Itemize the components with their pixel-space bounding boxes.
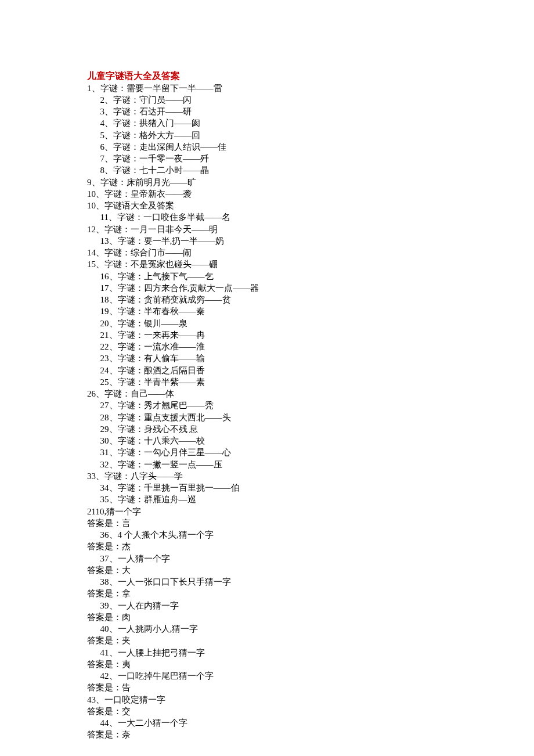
riddle-line: 2110,猜一个字	[87, 506, 447, 517]
riddle-line: 答案是：肉	[87, 611, 447, 623]
riddle-line: 答案是：拿	[87, 588, 447, 599]
riddle-line: 2、字谜：守门员——闪	[87, 94, 447, 106]
riddle-line: 33、字谜：八字头——学	[87, 470, 447, 482]
document-title: 儿童字谜语大全及答案	[87, 70, 447, 82]
riddle-line: 15、字谜：不是冤家也碰头——硼	[87, 258, 447, 270]
riddle-line: 18、字谜：贪前稍变就成穷——贫	[87, 294, 447, 305]
riddle-line: 9、字谜：床前明月光——旷	[87, 177, 447, 188]
riddle-line: 答案是：大	[87, 564, 447, 576]
riddle-line: 答案是：交	[87, 705, 447, 717]
document-content: 1、字谜：需要一半留下一半——雷2、字谜：守门员——闪3、字谜：石达开——研4、…	[87, 82, 447, 741]
riddle-line: 26、字谜：自己——体	[87, 388, 447, 399]
riddle-line: 4、字谜：拱猪入门——阂	[87, 117, 447, 129]
riddle-line: 32、字谜：一撇一竖一点——压	[87, 459, 447, 470]
riddle-line: 10、字谜语大全及答案	[87, 200, 447, 211]
riddle-line: 36、4 个人搬个木头,猜一个字	[87, 529, 447, 541]
riddle-line: 43、一口咬定猜一字	[87, 694, 447, 705]
riddle-line: 35、字谜：群雁追舟—巡	[87, 494, 447, 505]
riddle-line: 答案是：杰	[87, 541, 447, 552]
riddle-line: 答案是：言	[87, 517, 447, 529]
riddle-line: 答案是：奈	[87, 729, 447, 740]
riddle-line: 24、字谜：酿酒之后隔日香	[87, 365, 447, 376]
riddle-line: 28、字谜：重点支援大西北——头	[87, 412, 447, 423]
riddle-line: 37、一人猜一个字	[87, 553, 447, 564]
riddle-line: 3、字谜：石达开——研	[87, 106, 447, 117]
riddle-line: 29、字谜：身残心不残 息	[87, 423, 447, 435]
riddle-line: 23、字谜：有人偷车——输	[87, 352, 447, 364]
riddle-line: 38、一人一张口口下长只手猜一字	[87, 576, 447, 588]
riddle-line: 11、字谜：一口咬住多半截——名	[87, 211, 447, 223]
riddle-line: 39、一人在内猜一字	[87, 600, 447, 611]
riddle-line: 8、字谜：七十二小时——晶	[87, 164, 447, 176]
riddle-line: 12、字谜：一月一日非今天——明	[87, 224, 447, 235]
riddle-line: 44、一大二小猜一个字	[87, 717, 447, 729]
riddle-line: 30、字谜：十八乘六——校	[87, 435, 447, 447]
riddle-line: 22、字谜：一流水准——淮	[87, 341, 447, 352]
riddle-line: 41、一人腰上挂把弓猜一字	[87, 647, 447, 658]
riddle-line: 10、字谜：皇帝新衣——袭	[87, 188, 447, 200]
riddle-line: 7、字谜：一千零一夜——歼	[87, 153, 447, 164]
riddle-line: 6、字谜：走出深闺人结识——佳	[87, 141, 447, 153]
riddle-line: 42、一口吃掉牛尾巴猜一个字	[87, 670, 447, 682]
riddle-line: 答案是：夷	[87, 658, 447, 670]
riddle-line: 答案是：夹	[87, 635, 447, 646]
riddle-line: 31、字谜：一勾心月伴三星——心	[87, 447, 447, 458]
riddle-line: 27、字谜：秀才翘尾巴——秃	[87, 399, 447, 411]
riddle-line: 25、字谜：半青半紫——素	[87, 376, 447, 388]
riddle-line: 13、字谜：要一半,扔一半——奶	[87, 235, 447, 247]
riddle-line: 1、字谜：需要一半留下一半——雷	[87, 82, 447, 94]
riddle-line: 21、字谜：一来再来——冉	[87, 329, 447, 341]
riddle-line: 40、一人挑两小人,猜一字	[87, 623, 447, 635]
riddle-line: 14、字谜：综合门市——闹	[87, 247, 447, 258]
riddle-line: 17、字谜：四方来合作,贡献大一点——器	[87, 282, 447, 294]
riddle-line: 20、字谜：银川——泉	[87, 318, 447, 329]
riddle-line: 19、字谜：半布春秋——秦	[87, 305, 447, 317]
riddle-line: 5、字谜：格外大方——回	[87, 129, 447, 141]
riddle-line: 答案是：告	[87, 682, 447, 693]
riddle-line: 16、字谜：上气接下气——乞	[87, 271, 447, 282]
riddle-line: 34、字谜：千里挑一百里挑一——伯	[87, 482, 447, 494]
